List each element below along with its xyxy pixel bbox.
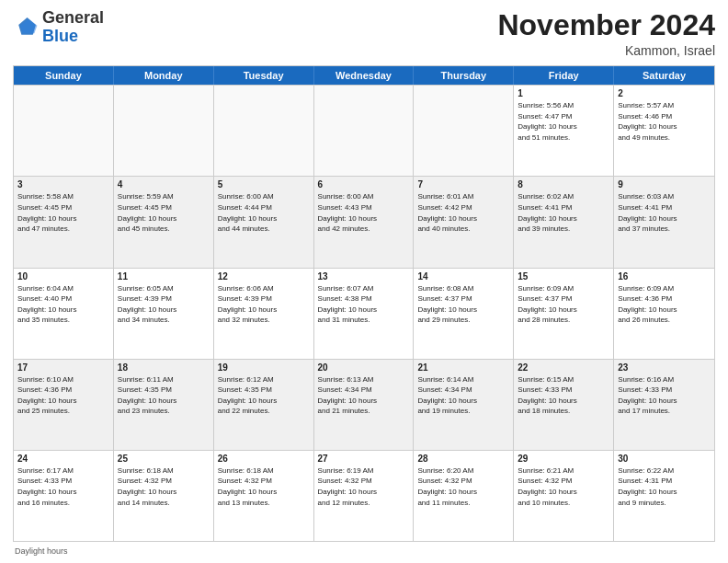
day-cell-13: 13Sunrise: 6:07 AM Sunset: 4:38 PM Dayli…: [314, 269, 415, 359]
day-cell-30: 30Sunrise: 6:22 AM Sunset: 4:31 PM Dayli…: [614, 451, 714, 541]
header-day-sunday: Sunday: [14, 66, 114, 85]
day-details: Sunrise: 6:06 AM Sunset: 4:39 PM Dayligh…: [218, 283, 310, 326]
day-details: Sunrise: 6:15 AM Sunset: 4:33 PM Dayligh…: [518, 374, 609, 417]
day-number: 21: [417, 362, 509, 373]
day-cell-5: 5Sunrise: 6:00 AM Sunset: 4:44 PM Daylig…: [214, 177, 314, 267]
empty-cell: [214, 86, 314, 176]
month-title: November 2024: [497, 9, 715, 41]
day-number: 14: [417, 271, 509, 282]
day-number: 30: [618, 454, 711, 464]
day-details: Sunrise: 6:13 AM Sunset: 4:34 PM Dayligh…: [318, 374, 410, 417]
day-cell-4: 4Sunrise: 5:59 AM Sunset: 4:45 PM Daylig…: [114, 177, 214, 267]
day-details: Sunrise: 6:04 AM Sunset: 4:40 PM Dayligh…: [17, 283, 109, 326]
day-details: Sunrise: 5:59 AM Sunset: 4:45 PM Dayligh…: [118, 191, 210, 234]
day-cell-15: 15Sunrise: 6:09 AM Sunset: 4:37 PM Dayli…: [514, 269, 614, 359]
day-details: Sunrise: 6:10 AM Sunset: 4:36 PM Dayligh…: [17, 374, 109, 417]
title-block: November 2024 Kammon, Israel: [497, 9, 715, 58]
location-subtitle: Kammon, Israel: [497, 43, 715, 58]
day-cell-22: 22Sunrise: 6:15 AM Sunset: 4:33 PM Dayli…: [514, 360, 614, 450]
day-cell-6: 6Sunrise: 6:00 AM Sunset: 4:43 PM Daylig…: [314, 177, 415, 267]
day-number: 1: [518, 88, 609, 98]
logo: General Blue: [13, 9, 104, 46]
day-details: Sunrise: 6:16 AM Sunset: 4:33 PM Dayligh…: [618, 374, 711, 417]
day-cell-23: 23Sunrise: 6:16 AM Sunset: 4:33 PM Dayli…: [614, 360, 714, 450]
day-number: 9: [618, 179, 711, 190]
logo-text: General Blue: [42, 9, 104, 46]
day-number: 18: [118, 362, 210, 373]
header: General Blue November 2024 Kammon, Israe…: [13, 9, 715, 58]
day-number: 28: [417, 454, 509, 464]
day-number: 4: [118, 179, 210, 190]
day-number: 2: [618, 88, 711, 98]
day-number: 19: [218, 362, 310, 373]
day-cell-8: 8Sunrise: 6:02 AM Sunset: 4:41 PM Daylig…: [514, 177, 614, 267]
day-cell-10: 10Sunrise: 6:04 AM Sunset: 4:40 PM Dayli…: [14, 269, 114, 359]
day-cell-21: 21Sunrise: 6:14 AM Sunset: 4:34 PM Dayli…: [414, 360, 514, 450]
day-cell-1: 1Sunrise: 5:56 AM Sunset: 4:47 PM Daylig…: [514, 86, 614, 176]
day-cell-12: 12Sunrise: 6:06 AM Sunset: 4:39 PM Dayli…: [214, 269, 314, 359]
header-day-tuesday: Tuesday: [214, 66, 314, 85]
day-number: 13: [318, 271, 410, 282]
header-day-monday: Monday: [114, 66, 214, 85]
day-details: Sunrise: 6:01 AM Sunset: 4:42 PM Dayligh…: [417, 191, 509, 234]
week-row-3: 10Sunrise: 6:04 AM Sunset: 4:40 PM Dayli…: [14, 268, 714, 359]
day-cell-17: 17Sunrise: 6:10 AM Sunset: 4:36 PM Dayli…: [14, 360, 114, 450]
day-details: Sunrise: 6:09 AM Sunset: 4:36 PM Dayligh…: [618, 283, 711, 326]
day-cell-18: 18Sunrise: 6:11 AM Sunset: 4:35 PM Dayli…: [114, 360, 214, 450]
day-number: 27: [318, 454, 410, 464]
day-cell-24: 24Sunrise: 6:17 AM Sunset: 4:33 PM Dayli…: [14, 451, 114, 541]
header-day-wednesday: Wednesday: [314, 66, 415, 85]
day-number: 17: [17, 362, 109, 373]
empty-cell: [14, 86, 114, 176]
footer-text: Daylight hours: [15, 546, 68, 556]
day-cell-14: 14Sunrise: 6:08 AM Sunset: 4:37 PM Dayli…: [414, 269, 514, 359]
logo-general: General: [42, 8, 104, 27]
day-details: Sunrise: 5:57 AM Sunset: 4:46 PM Dayligh…: [618, 100, 711, 143]
day-details: Sunrise: 6:07 AM Sunset: 4:38 PM Dayligh…: [318, 283, 410, 326]
day-number: 11: [118, 271, 210, 282]
day-cell-16: 16Sunrise: 6:09 AM Sunset: 4:36 PM Dayli…: [614, 269, 714, 359]
week-row-5: 24Sunrise: 6:17 AM Sunset: 4:33 PM Dayli…: [14, 450, 714, 541]
day-number: 24: [17, 454, 109, 464]
day-cell-29: 29Sunrise: 6:21 AM Sunset: 4:32 PM Dayli…: [514, 451, 614, 541]
day-cell-25: 25Sunrise: 6:18 AM Sunset: 4:32 PM Dayli…: [114, 451, 214, 541]
day-details: Sunrise: 5:58 AM Sunset: 4:45 PM Dayligh…: [17, 191, 109, 234]
day-cell-11: 11Sunrise: 6:05 AM Sunset: 4:39 PM Dayli…: [114, 269, 214, 359]
day-details: Sunrise: 6:00 AM Sunset: 4:44 PM Dayligh…: [218, 191, 310, 234]
day-details: Sunrise: 6:21 AM Sunset: 4:32 PM Dayligh…: [518, 465, 609, 508]
day-details: Sunrise: 6:17 AM Sunset: 4:33 PM Dayligh…: [17, 465, 109, 508]
empty-cell: [314, 86, 415, 176]
day-number: 29: [518, 454, 609, 464]
week-row-4: 17Sunrise: 6:10 AM Sunset: 4:36 PM Dayli…: [14, 359, 714, 450]
day-cell-7: 7Sunrise: 6:01 AM Sunset: 4:42 PM Daylig…: [414, 177, 514, 267]
day-details: Sunrise: 5:56 AM Sunset: 4:47 PM Dayligh…: [518, 100, 609, 143]
day-number: 6: [318, 179, 410, 190]
header-day-saturday: Saturday: [614, 66, 714, 85]
day-details: Sunrise: 6:00 AM Sunset: 4:43 PM Dayligh…: [318, 191, 410, 234]
day-details: Sunrise: 6:02 AM Sunset: 4:41 PM Dayligh…: [518, 191, 609, 234]
day-details: Sunrise: 6:09 AM Sunset: 4:37 PM Dayligh…: [518, 283, 609, 326]
day-cell-26: 26Sunrise: 6:18 AM Sunset: 4:32 PM Dayli…: [214, 451, 314, 541]
footer: Daylight hours: [13, 546, 715, 556]
day-details: Sunrise: 6:19 AM Sunset: 4:32 PM Dayligh…: [318, 465, 410, 508]
day-cell-2: 2Sunrise: 5:57 AM Sunset: 4:46 PM Daylig…: [614, 86, 714, 176]
day-number: 25: [118, 454, 210, 464]
calendar: SundayMondayTuesdayWednesdayThursdayFrid…: [13, 65, 715, 542]
day-number: 5: [218, 179, 310, 190]
day-number: 15: [518, 271, 609, 282]
calendar-body: 1Sunrise: 5:56 AM Sunset: 4:47 PM Daylig…: [14, 85, 714, 541]
day-cell-27: 27Sunrise: 6:19 AM Sunset: 4:32 PM Dayli…: [314, 451, 415, 541]
day-details: Sunrise: 6:05 AM Sunset: 4:39 PM Dayligh…: [118, 283, 210, 326]
calendar-header: SundayMondayTuesdayWednesdayThursdayFrid…: [14, 66, 714, 85]
day-number: 22: [518, 362, 609, 373]
day-cell-28: 28Sunrise: 6:20 AM Sunset: 4:32 PM Dayli…: [414, 451, 514, 541]
svg-marker-1: [20, 18, 38, 33]
day-details: Sunrise: 6:08 AM Sunset: 4:37 PM Dayligh…: [417, 283, 509, 326]
day-details: Sunrise: 6:12 AM Sunset: 4:35 PM Dayligh…: [218, 374, 310, 417]
header-day-friday: Friday: [514, 66, 614, 85]
day-details: Sunrise: 6:20 AM Sunset: 4:32 PM Dayligh…: [417, 465, 509, 508]
day-number: 12: [218, 271, 310, 282]
day-number: 10: [17, 271, 109, 282]
day-cell-19: 19Sunrise: 6:12 AM Sunset: 4:35 PM Dayli…: [214, 360, 314, 450]
week-row-2: 3Sunrise: 5:58 AM Sunset: 4:45 PM Daylig…: [14, 176, 714, 267]
